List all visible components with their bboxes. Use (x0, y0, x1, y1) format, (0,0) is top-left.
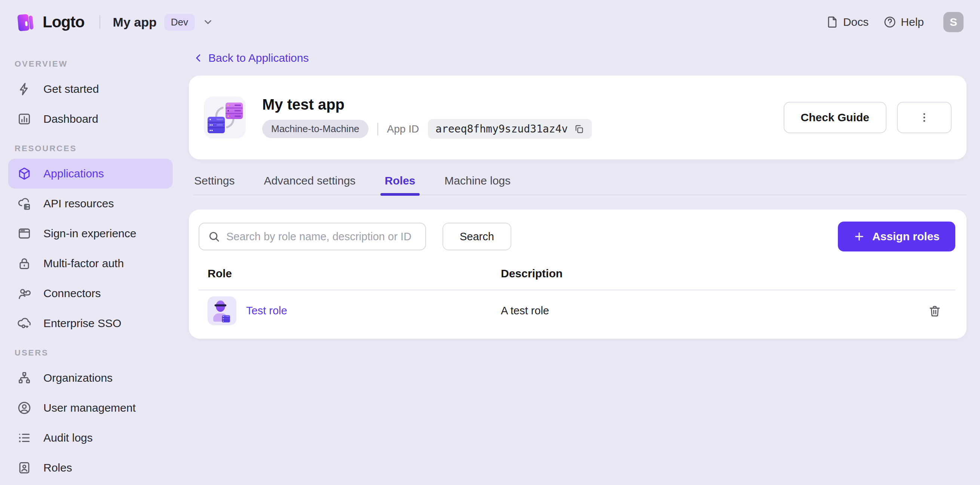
sidebar-item-roles[interactable]: Roles (8, 453, 173, 483)
sidebar-section-overview: OVERVIEW (14, 59, 173, 69)
app-tabs: Settings Advanced settings Roles Machine… (193, 174, 967, 195)
cloud-server-icon (17, 196, 32, 211)
trash-icon (928, 304, 942, 318)
sidebar-item-label: Multi-factor auth (43, 257, 124, 270)
bar-chart-icon (17, 112, 32, 126)
column-header-description: Description (501, 267, 914, 280)
sidebar-item-multi-factor-auth[interactable]: Multi-factor auth (8, 249, 173, 278)
cloud-key-icon (17, 316, 32, 330)
help-label: Help (901, 16, 924, 29)
delete-role-button[interactable] (924, 301, 945, 321)
chevron-left-icon (193, 53, 204, 63)
sidebar-item-audit-logs[interactable]: Audit logs (8, 423, 173, 453)
current-app-name: My app (113, 15, 157, 30)
sidebar-section-users: USERS (14, 348, 173, 358)
help-button[interactable]: Help (883, 16, 924, 29)
sidebar-item-user-management[interactable]: User management (8, 393, 173, 423)
assign-roles-label: Assign roles (872, 230, 940, 243)
sidebar-item-get-started[interactable]: Get started (8, 74, 173, 104)
chevron-down-icon (202, 16, 213, 28)
column-header-role: Role (208, 267, 501, 280)
sidebar-item-dashboard[interactable]: Dashboard (8, 104, 173, 134)
roles-table: Role Description (199, 267, 955, 325)
assign-roles-button[interactable]: Assign roles (838, 222, 955, 252)
sidebar-item-connectors[interactable]: Connectors (8, 278, 173, 308)
search-icon (208, 230, 220, 243)
sidebar-item-sign-in-experience[interactable]: Sign-in experience (8, 219, 173, 249)
kebab-menu-icon (918, 111, 931, 124)
sidebar-item-label: API resources (43, 197, 114, 210)
document-icon (826, 16, 838, 29)
top-bar: Logto My app Dev Docs Help S (0, 0, 980, 44)
lock-icon (17, 256, 32, 271)
app-id-label: App ID (387, 123, 419, 135)
user-avatar[interactable]: S (943, 12, 964, 32)
table-row: Test role A test role (199, 290, 955, 325)
sidebar-item-label: Get started (43, 83, 99, 96)
org-chart-icon (17, 371, 32, 385)
back-to-applications-link[interactable]: Back to Applications (193, 52, 309, 64)
tenant-app-switcher[interactable]: My app Dev (113, 14, 213, 31)
cube-icon (17, 166, 32, 181)
app-id-pill[interactable]: areeq8fhmy9szud31az4v (428, 119, 592, 139)
sidebar-item-label: Dashboard (43, 113, 99, 125)
sidebar: OVERVIEW Get started Dashboard RESOURCES… (0, 44, 181, 485)
role-search-box[interactable] (199, 223, 426, 250)
list-icon (17, 431, 32, 445)
sidebar-item-enterprise-sso[interactable]: Enterprise SSO (8, 308, 173, 338)
sidebar-item-applications[interactable]: Applications (8, 159, 173, 188)
sidebar-item-label: Audit logs (43, 431, 93, 444)
sidebar-section-resources: RESOURCES (14, 144, 173, 153)
brand-wordmark: Logto (43, 13, 84, 31)
copy-icon[interactable] (574, 124, 584, 134)
app-header-card: My test app Machine-to-Machine App ID ar… (189, 76, 967, 160)
tab-advanced-settings[interactable]: Advanced settings (263, 174, 356, 195)
env-badge: Dev (164, 14, 195, 31)
sidebar-item-label: Organizations (43, 372, 113, 384)
sidebar-item-label: User management (43, 402, 136, 414)
tab-settings[interactable]: Settings (193, 174, 235, 195)
sidebar-item-label: Applications (43, 167, 104, 180)
question-circle-icon (883, 16, 896, 29)
topbar-right: Docs Help S (826, 12, 964, 32)
docs-label: Docs (843, 16, 869, 29)
role-avatar-icon (208, 297, 236, 325)
sidebar-item-label: Roles (43, 461, 72, 474)
topbar-divider (100, 15, 100, 29)
back-link-label: Back to Applications (208, 52, 309, 64)
user-circle-icon (17, 401, 32, 415)
sidebar-item-organizations[interactable]: Organizations (8, 363, 173, 393)
check-guide-button[interactable]: Check Guide (784, 102, 886, 133)
machine-to-machine-app-icon (204, 97, 246, 139)
logto-brand[interactable]: Logto (15, 11, 84, 33)
sidebar-item-label: Sign-in experience (43, 227, 136, 240)
tab-machine-logs[interactable]: Machine logs (444, 174, 511, 195)
more-actions-button[interactable] (897, 102, 951, 133)
meta-divider (377, 123, 378, 136)
plus-icon (854, 231, 865, 242)
search-button[interactable]: Search (442, 223, 511, 250)
docs-button[interactable]: Docs (826, 16, 869, 29)
app-title: My test app (262, 96, 592, 113)
logto-logo-icon (15, 11, 36, 33)
role-search-input[interactable] (226, 231, 418, 243)
id-card-icon (17, 461, 32, 475)
role-name-link[interactable]: Test role (246, 305, 287, 317)
person-cloud-icon (17, 286, 32, 300)
sidebar-item-api-resources[interactable]: API resources (8, 188, 173, 219)
role-description: A test role (501, 305, 914, 317)
browser-window-icon (17, 227, 32, 241)
tab-roles[interactable]: Roles (384, 174, 416, 195)
sidebar-item-label: Enterprise SSO (43, 317, 121, 330)
roles-table-header: Role Description (199, 267, 955, 290)
sidebar-item-label: Connectors (43, 287, 100, 300)
app-type-badge: Machine-to-Machine (262, 120, 368, 138)
roles-panel: Search Assign roles Role Description (189, 209, 967, 339)
lightning-icon (17, 82, 32, 96)
app-id-value: areeq8fhmy9szud31az4v (435, 123, 568, 135)
main-content: Back to Applications (181, 44, 980, 485)
